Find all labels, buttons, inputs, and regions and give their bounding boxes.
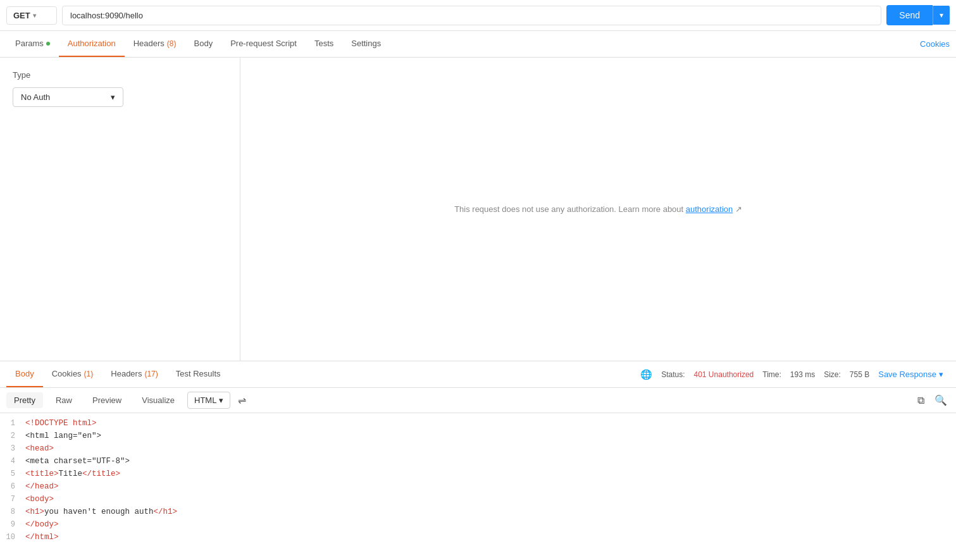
headers-badge: (8) [167, 39, 177, 48]
line-number: 1 [0, 419, 25, 428]
code-line: 10</html> [0, 532, 956, 545]
code-line: 6</head> [0, 482, 956, 494]
method-chevron-icon: ▾ [33, 12, 36, 19]
tab-authorization[interactable]: Authorization [59, 31, 125, 57]
line-number: 9 [0, 520, 25, 529]
line-number: 10 [0, 533, 25, 542]
language-select[interactable]: HTML ▾ [187, 392, 230, 409]
line-content: </head> [25, 482, 59, 491]
code-line: 3<head> [0, 444, 956, 456]
params-dot [46, 42, 50, 46]
url-bar: GET ▾ Send ▾ [0, 0, 956, 31]
response-tabs-row: Body Cookies (1) Headers (17) Test Resul… [0, 361, 956, 388]
cookies-badge: (1) [84, 370, 94, 378]
type-label: Type [13, 70, 227, 80]
tab-settings[interactable]: Settings [342, 31, 390, 57]
wrap-icon[interactable]: ⇌ [238, 394, 246, 406]
request-tabs-row: Params Authorization Headers (8) Body Pr… [0, 31, 956, 58]
method-label: GET [13, 11, 30, 20]
response-panel: Body Cookies (1) Headers (17) Test Resul… [0, 361, 956, 555]
request-panel: Type No Auth ▾ This request does not use… [0, 58, 956, 361]
format-tab-raw[interactable]: Raw [48, 392, 80, 408]
auth-type-select[interactable]: No Auth ▾ [13, 87, 123, 107]
line-content: <body> [25, 495, 54, 504]
code-line: 9</body> [0, 520, 956, 532]
tab-body[interactable]: Body [185, 31, 222, 57]
code-line: 1<!DOCTYPE html> [0, 418, 956, 431]
tab-headers[interactable]: Headers (8) [125, 31, 185, 57]
save-response-chevron-icon: ▾ [939, 370, 943, 379]
url-input[interactable] [62, 6, 881, 25]
format-tab-pretty[interactable]: Pretty [6, 392, 43, 408]
save-response-button[interactable]: Save Response ▾ [878, 370, 943, 379]
language-value: HTML [194, 395, 216, 405]
line-number: 3 [0, 444, 25, 453]
tab-tests[interactable]: Tests [306, 31, 342, 57]
format-tab-preview[interactable]: Preview [85, 392, 129, 408]
main-area: Type No Auth ▾ This request does not use… [0, 58, 956, 555]
line-content: <meta charset="UTF-8"> [25, 457, 130, 466]
status-value: 401 Unauthorized [694, 370, 754, 379]
line-content: </body> [25, 520, 59, 529]
line-content: <h1>you haven't enough auth</h1> [25, 507, 177, 516]
search-code-icon[interactable]: 🔍 [932, 392, 950, 409]
response-tab-cookies[interactable]: Cookies (1) [43, 361, 102, 387]
response-status-area: 🌐 Status: 401 Unauthorized Time: 193 ms … [634, 369, 950, 380]
tab-params[interactable]: Params [6, 31, 59, 57]
code-toolbar: Pretty Raw Preview Visualize HTML ▾ ⇌ ⧉ … [0, 388, 956, 413]
line-content: <!DOCTYPE html> [25, 419, 97, 428]
format-tab-visualize[interactable]: Visualize [134, 392, 182, 408]
send-chevron-button[interactable]: ▾ [933, 6, 950, 25]
code-line: 8<h1>you haven't enough auth</h1> [0, 507, 956, 520]
response-tab-body[interactable]: Body [6, 361, 43, 387]
line-number: 7 [0, 495, 25, 504]
response-tab-headers[interactable]: Headers (17) [102, 361, 166, 387]
code-line: 7<body> [0, 494, 956, 507]
send-button-wrapper: Send ▾ [886, 5, 950, 25]
size-value: 755 B [850, 370, 869, 379]
auth-type-chevron-icon: ▾ [111, 92, 115, 102]
line-content: <head> [25, 444, 54, 453]
line-number: 8 [0, 507, 25, 516]
line-number: 4 [0, 457, 25, 466]
line-content: </html> [25, 533, 59, 542]
response-tab-testresults[interactable]: Test Results [167, 361, 230, 387]
code-line: 4 <meta charset="UTF-8"> [0, 456, 956, 469]
cookies-link[interactable]: Cookies [920, 32, 950, 56]
send-button[interactable]: Send [886, 5, 933, 25]
line-number: 2 [0, 432, 25, 440]
line-number: 6 [0, 482, 25, 491]
method-select[interactable]: GET ▾ [6, 6, 57, 25]
line-number: 5 [0, 470, 25, 478]
auth-learn-more-link[interactable]: authorization [686, 204, 733, 214]
auth-info-text: This request does not use any authorizat… [454, 204, 742, 214]
line-content: <title>Title</title> [25, 470, 120, 478]
auth-left-panel: Type No Auth ▾ [0, 58, 240, 361]
code-line: 2<html lang="en"> [0, 431, 956, 444]
auth-type-value: No Auth [21, 92, 50, 102]
copy-icon[interactable]: ⧉ [915, 392, 927, 409]
language-chevron-icon: ▾ [219, 395, 223, 405]
globe-icon: 🌐 [640, 369, 652, 380]
auth-right-panel: This request does not use any authorizat… [240, 58, 956, 361]
line-content: <html lang="en"> [25, 432, 101, 440]
code-area: 1<!DOCTYPE html>2<html lang="en">3<head>… [0, 413, 956, 555]
code-line: 5 <title>Title</title> [0, 469, 956, 482]
response-headers-badge: (17) [144, 370, 158, 378]
time-value: 193 ms [790, 370, 815, 379]
tab-prerequest[interactable]: Pre-request Script [221, 31, 306, 57]
